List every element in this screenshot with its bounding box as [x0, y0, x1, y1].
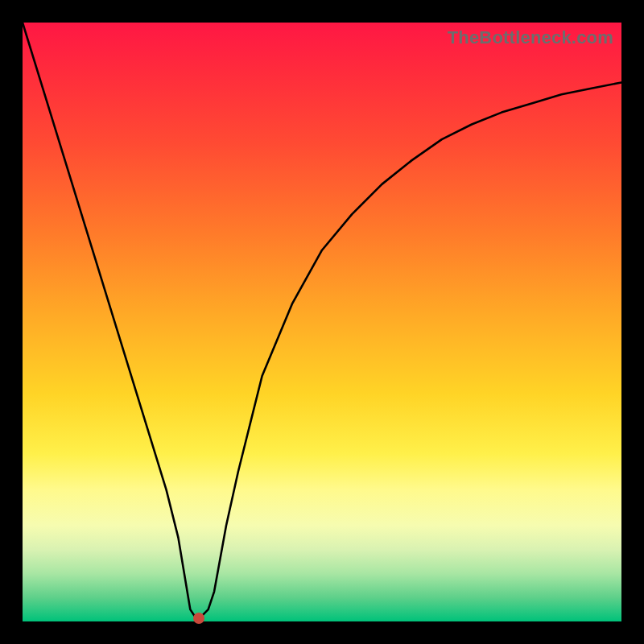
bottleneck-curve-svg	[23, 23, 621, 621]
chart-plot-area: TheBottleneck.com	[23, 23, 621, 621]
chart-frame: TheBottleneck.com	[0, 0, 644, 644]
bottleneck-curve-path	[23, 23, 621, 618]
optimum-marker	[193, 613, 204, 624]
